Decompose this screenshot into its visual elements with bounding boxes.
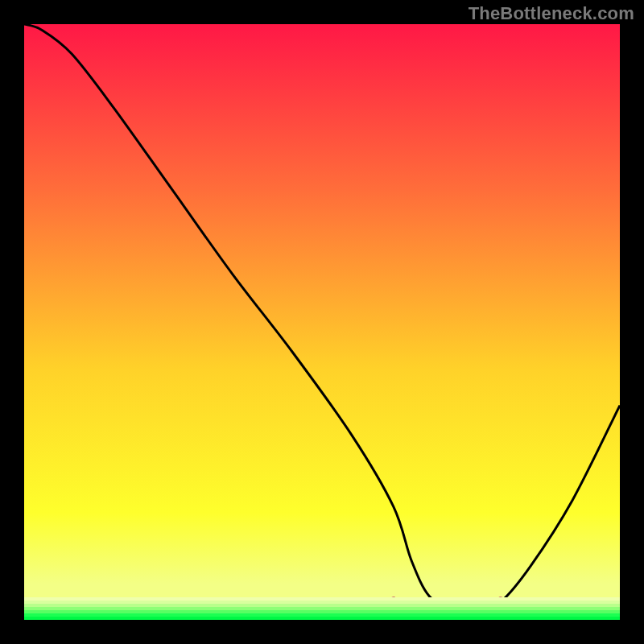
chart-canvas (24, 24, 620, 620)
green-bottom-band (24, 597, 620, 620)
attribution-label: TheBottleneck.com (469, 3, 634, 24)
gradient-background (24, 24, 620, 620)
chart-frame (24, 24, 620, 620)
